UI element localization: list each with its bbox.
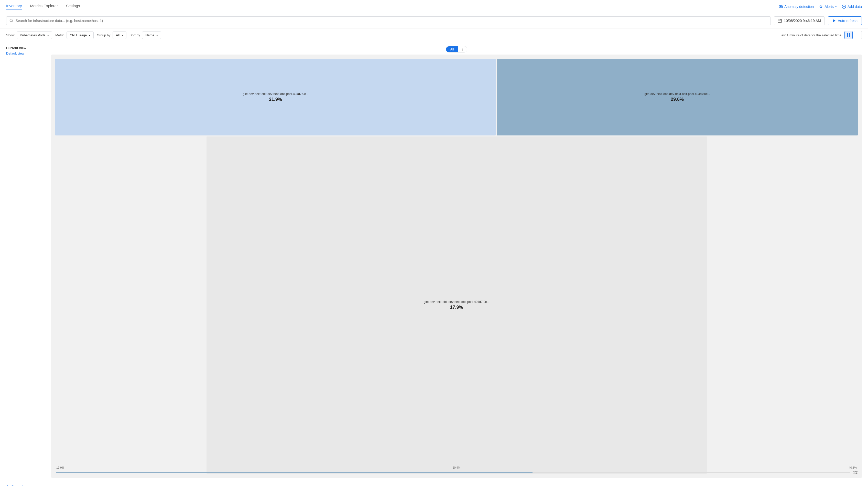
treemap-grid: gke-dev-next-oblt-dev-next-oblt-pool-404… [55,59,858,474]
group-by-value: All [116,33,120,37]
nav-tabs: Inventory Metrics Explorer Settings [6,4,779,9]
svg-rect-11 [847,33,848,35]
treemap-cell-2[interactable]: gke-dev-next-oblt-dev-next-oblt-pool-404… [497,59,858,136]
treemap-row-bottom: gke-dev-next-oblt-dev-next-oblt-pool-404… [55,137,858,474]
treemap-cell-right-empty [708,137,858,474]
svg-point-18 [854,471,855,472]
show-label: Show [6,33,14,37]
svg-line-5 [12,21,13,22]
filter-adjust-icon[interactable] [853,470,858,475]
svg-rect-13 [847,35,848,37]
bottom-bar: Show history [0,482,868,486]
cell-2-value: 29.6% [671,97,684,102]
scroll-max-label: 40.8% [849,466,857,469]
metric-select[interactable]: CPU usage [66,31,94,39]
tab-settings[interactable]: Settings [66,4,80,9]
sort-by-value: Name [145,33,154,37]
show-value: Kubernetes Pods [20,33,45,37]
scroll-labels: 17.9% 20.4% 40.8% [55,466,858,469]
view-toggle [844,31,862,39]
badge-count: 3 [458,46,467,52]
svg-marker-10 [833,19,836,22]
cell-3-name: gke-dev-next-oblt-dev-next-oblt-pool-404… [422,300,491,304]
anomaly-detection-link[interactable]: Anomaly detection [779,5,814,9]
search-bar-row: 10/08/2020 9:46:19 AM Auto-refresh [0,13,868,28]
show-history-label: Show history [11,485,30,486]
grid-icon [846,33,850,37]
scroll-mid-label: 20.4% [453,466,460,469]
show-history-button[interactable]: Show history [6,485,30,486]
sort-by-chevron-icon [156,33,158,37]
filter-bar: Show Kubernetes Pods Metric CPU usage Gr… [0,28,868,42]
tab-inventory[interactable]: Inventory [6,4,22,9]
scroll-track[interactable] [56,471,850,473]
auto-refresh-button[interactable]: Auto-refresh [828,17,862,25]
cell-1-value: 21.9% [269,97,282,102]
badge-all[interactable]: All [446,46,458,52]
chevron-right-icon [6,485,10,486]
sort-by-label: Sort by [129,33,140,37]
play-icon [832,19,836,23]
alerts-label: Alerts [825,5,834,9]
datetime-value: 10/08/2020 9:46:19 AM [784,19,821,23]
treemap-cell-left-empty [55,137,206,474]
treemap-area: All 3 gke-dev-next-oblt-dev-next-oblt-po… [51,46,862,478]
cell-2-name: gke-dev-next-oblt-dev-next-oblt-pool-404… [643,92,712,96]
sort-by-select[interactable]: Name [142,31,161,39]
filter-info-text: Last 1 minute of data for the selected t… [779,33,841,37]
metric-label: Metric [55,33,64,37]
group-by-chevron-icon [121,33,123,37]
treemap-cell-1[interactable]: gke-dev-next-oblt-dev-next-oblt-pool-404… [55,59,496,136]
alerts-chevron-icon: ▾ [835,5,837,8]
grid-view-button[interactable] [844,31,852,39]
add-data-label: Add data [847,5,862,9]
group-by-select[interactable]: All [113,31,126,39]
treemap-header: All 3 [51,46,862,53]
main-content: Current view Default view All 3 gke-dev-… [0,42,868,482]
group-by-label: Group by [97,33,110,37]
default-view-link[interactable]: Default view [6,52,47,55]
cell-1-name: gke-dev-next-oblt-dev-next-oblt-pool-404… [241,92,310,96]
sidebar: Current view Default view [6,46,47,478]
anomaly-detection-label: Anomaly detection [784,5,814,9]
auto-refresh-label: Auto-refresh [838,19,858,23]
scroll-min-label: 17.9% [56,466,64,469]
cell-3-value: 17.9% [450,305,463,310]
metric-value: CPU usage [70,33,87,37]
scroll-area: 17.9% 20.4% 40.8% [55,466,858,475]
svg-rect-14 [849,35,850,37]
svg-rect-12 [849,33,850,35]
search-input[interactable] [16,19,768,23]
treemap-row-top: gke-dev-next-oblt-dev-next-oblt-pool-404… [55,59,858,136]
alerts-link[interactable]: Alerts ▾ [819,5,837,9]
metric-chevron-icon [88,33,90,37]
show-chevron-icon [47,33,49,37]
svg-point-19 [856,473,857,474]
treemap-cell-3[interactable]: gke-dev-next-oblt-dev-next-oblt-pool-404… [207,137,707,474]
datetime-picker[interactable]: 10/08/2020 9:46:19 AM [774,17,825,25]
show-filter-group: Show Kubernetes Pods [6,31,52,39]
metric-filter-group: Metric CPU usage [55,31,94,39]
list-view-button[interactable] [854,31,862,39]
anomaly-icon [779,5,783,9]
scroll-thumb [56,471,532,473]
calendar-icon [778,19,782,23]
group-by-filter-group: Group by All [97,31,126,39]
current-view-label: Current view [6,46,47,50]
search-input-wrap [6,17,771,25]
show-select[interactable]: Kubernetes Pods [17,31,53,39]
svg-rect-6 [778,19,781,23]
nav-actions: Anomaly detection Alerts ▾ Add data [779,5,862,9]
treemap-container: gke-dev-next-oblt-dev-next-oblt-pool-404… [51,55,862,478]
add-data-icon [842,5,846,9]
sort-by-filter-group: Sort by Name [129,31,161,39]
list-icon [856,33,860,37]
treemap-badge: All 3 [446,46,467,53]
top-nav: Inventory Metrics Explorer Settings Anom… [0,0,868,13]
add-data-link[interactable]: Add data [842,5,862,9]
alerts-icon [819,5,823,9]
tab-metrics-explorer[interactable]: Metrics Explorer [30,4,58,9]
search-icon [9,19,13,23]
